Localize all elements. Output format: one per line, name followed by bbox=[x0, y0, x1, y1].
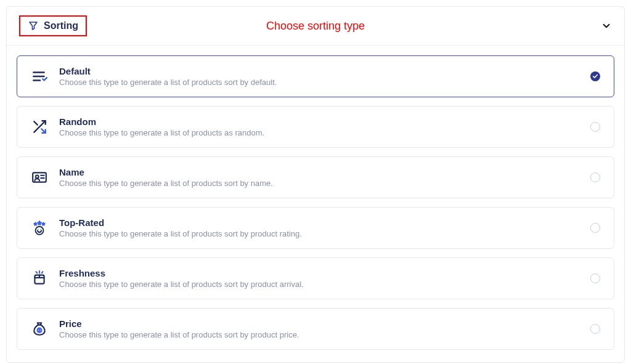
svg-point-10 bbox=[36, 227, 44, 235]
option-title: Name bbox=[59, 167, 579, 177]
option-desc: Choose this type to generate a list of p… bbox=[59, 78, 579, 87]
option-title: Default bbox=[59, 66, 579, 76]
radio-unselected[interactable] bbox=[590, 273, 600, 283]
svg-point-7 bbox=[36, 176, 39, 179]
option-title: Price bbox=[59, 318, 579, 329]
option-desc: Choose this type to generate a list of p… bbox=[59, 280, 579, 289]
option-text: Top-Rated Choose this type to generate a… bbox=[59, 217, 579, 238]
rating-icon bbox=[31, 219, 48, 237]
header-title: Choose sorting type bbox=[266, 20, 365, 33]
radio-unselected[interactable] bbox=[590, 172, 600, 182]
option-title: Random bbox=[59, 116, 579, 127]
svg-line-5 bbox=[34, 121, 37, 124]
option-freshness[interactable]: Freshness Choose this type to generate a… bbox=[17, 257, 614, 299]
option-text: Price Choose this type to generate a lis… bbox=[59, 318, 579, 339]
option-text: Name Choose this type to generate a list… bbox=[59, 167, 579, 188]
options-list: Default Choose this type to generate a l… bbox=[7, 46, 624, 362]
option-price[interactable]: Price Choose this type to generate a lis… bbox=[17, 308, 614, 350]
option-default[interactable]: Default Choose this type to generate a l… bbox=[17, 55, 614, 97]
shuffle-icon bbox=[31, 118, 48, 135]
sorting-badge: Sorting bbox=[19, 15, 87, 36]
sort-default-icon bbox=[31, 68, 48, 85]
sorting-panel: Sorting Choose sorting type Default Choo… bbox=[6, 6, 625, 363]
panel-header[interactable]: Sorting Choose sorting type bbox=[7, 7, 624, 46]
option-text: Freshness Choose this type to generate a… bbox=[59, 268, 579, 289]
filter-icon bbox=[28, 20, 39, 31]
option-desc: Choose this type to generate a list of p… bbox=[59, 330, 579, 339]
sorting-badge-label: Sorting bbox=[44, 20, 78, 31]
id-card-icon bbox=[31, 169, 48, 186]
money-bag-icon bbox=[31, 320, 48, 338]
option-random[interactable]: Random Choose this type to generate a li… bbox=[17, 106, 614, 148]
option-desc: Choose this type to generate a list of p… bbox=[59, 128, 579, 137]
option-text: Random Choose this type to generate a li… bbox=[59, 116, 579, 137]
package-new-icon bbox=[31, 270, 48, 287]
chevron-down-icon[interactable] bbox=[601, 20, 612, 31]
radio-selected[interactable] bbox=[590, 71, 600, 81]
radio-unselected[interactable] bbox=[590, 122, 600, 132]
option-text: Default Choose this type to generate a l… bbox=[59, 66, 579, 87]
svg-point-11 bbox=[38, 229, 38, 230]
option-title: Top-Rated bbox=[59, 217, 579, 228]
svg-point-12 bbox=[41, 229, 41, 230]
option-name[interactable]: Name Choose this type to generate a list… bbox=[17, 156, 614, 198]
option-desc: Choose this type to generate a list of p… bbox=[59, 229, 579, 238]
radio-unselected[interactable] bbox=[590, 324, 600, 334]
option-title: Freshness bbox=[59, 268, 579, 278]
option-top-rated[interactable]: Top-Rated Choose this type to generate a… bbox=[17, 207, 614, 249]
radio-unselected[interactable] bbox=[590, 223, 600, 233]
option-desc: Choose this type to generate a list of p… bbox=[59, 179, 579, 188]
